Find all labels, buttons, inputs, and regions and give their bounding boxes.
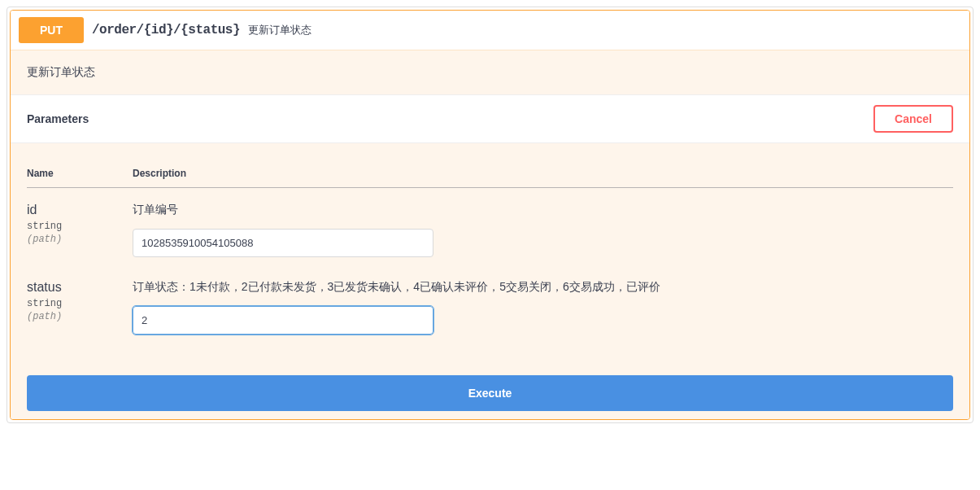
parameters-table: Name Description id string (path) 订单编号 [27, 160, 953, 343]
column-name: Name [27, 160, 133, 188]
execute-button[interactable]: Execute [27, 375, 953, 411]
param-type: string [27, 298, 133, 309]
execute-wrapper: Execute [11, 359, 969, 419]
param-description: 订单状态：1未付款，2已付款未发货，3已发货未确认，4已确认未评价，5交易关闭，… [133, 280, 953, 295]
parameter-row: status string (path) 订单状态：1未付款，2已付款未发货，3… [27, 265, 953, 343]
param-type: string [27, 221, 133, 232]
param-in: (path) [27, 234, 133, 245]
parameter-row: id string (path) 订单编号 [27, 188, 953, 266]
api-operation-block: PUT /order/{id}/{status} 更新订单状态 更新订单状态 P… [10, 10, 970, 420]
parameters-header: Parameters Cancel [11, 94, 969, 143]
http-method-badge: PUT [19, 17, 84, 43]
param-status-input[interactable] [133, 306, 433, 335]
api-header[interactable]: PUT /order/{id}/{status} 更新订单状态 [11, 11, 969, 50]
param-id-input[interactable] [133, 229, 433, 257]
api-description: 更新订单状态 [11, 50, 969, 94]
parameters-title: Parameters [27, 112, 89, 125]
param-name: id [27, 203, 133, 217]
parameters-body: Name Description id string (path) 订单编号 [11, 143, 969, 359]
column-description: Description [133, 160, 953, 188]
api-summary: 更新订单状态 [248, 23, 311, 37]
api-path: /order/{id}/{status} [92, 23, 240, 37]
outer-frame: PUT /order/{id}/{status} 更新订单状态 更新订单状态 P… [7, 7, 973, 423]
param-description: 订单编号 [133, 203, 953, 217]
param-name: status [27, 280, 133, 295]
cancel-button[interactable]: Cancel [873, 105, 953, 133]
param-in: (path) [27, 311, 133, 322]
